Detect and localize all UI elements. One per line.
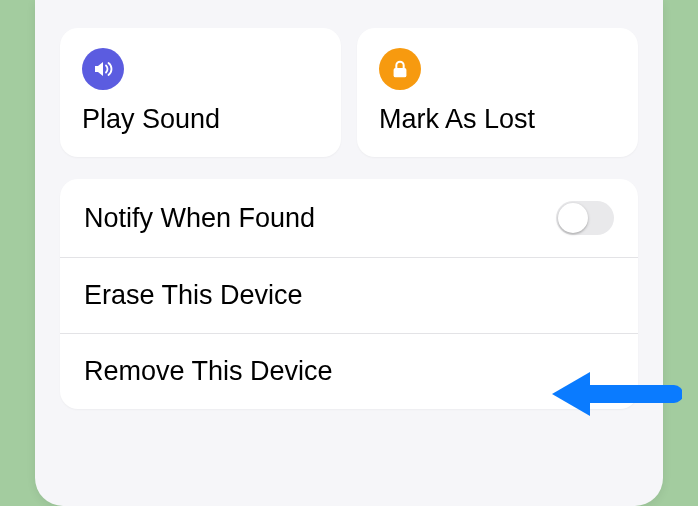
mark-as-lost-label: Mark As Lost <box>379 104 616 135</box>
erase-device-row[interactable]: Erase This Device <box>60 257 638 333</box>
speaker-icon <box>82 48 124 90</box>
remove-device-label: Remove This Device <box>84 356 333 387</box>
mark-as-lost-card[interactable]: Mark As Lost <box>357 28 638 157</box>
toggle-knob <box>558 203 588 233</box>
lock-icon <box>379 48 421 90</box>
device-actions-panel: Play Sound Mark As Lost Notify When Foun… <box>35 0 663 506</box>
remove-device-row[interactable]: Remove This Device <box>60 333 638 409</box>
play-sound-card[interactable]: Play Sound <box>60 28 341 157</box>
notify-when-found-row[interactable]: Notify When Found <box>60 179 638 257</box>
svg-rect-0 <box>394 68 407 77</box>
play-sound-label: Play Sound <box>82 104 319 135</box>
action-cards-row: Play Sound Mark As Lost <box>60 28 638 157</box>
options-list: Notify When Found Erase This Device Remo… <box>60 179 638 409</box>
notify-when-found-label: Notify When Found <box>84 203 315 234</box>
notify-toggle[interactable] <box>556 201 614 235</box>
erase-device-label: Erase This Device <box>84 280 303 311</box>
